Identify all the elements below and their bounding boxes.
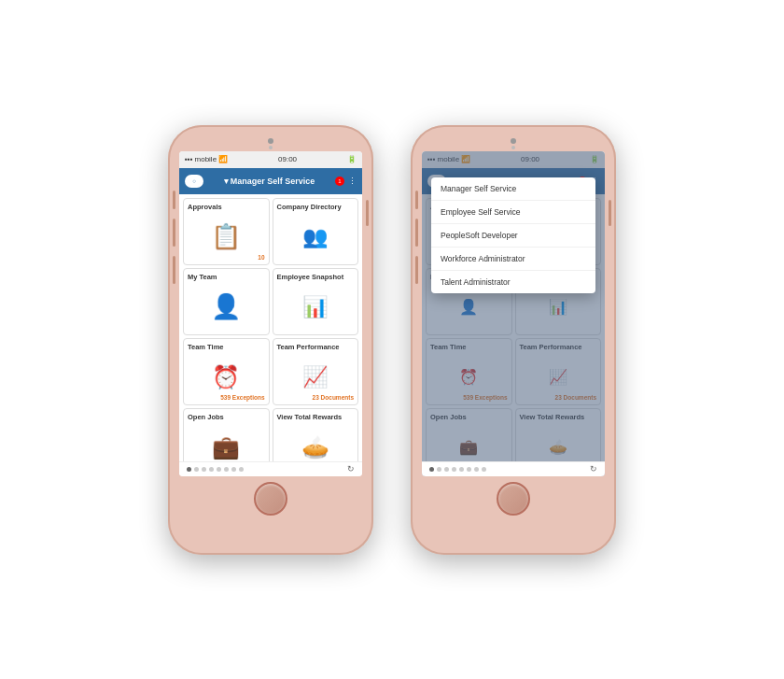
dots-row-1 [187, 467, 244, 472]
tile-team-performance[interactable]: Team Performance 📈 23 Documents [273, 338, 359, 405]
approvals-icon: 📋 [211, 222, 241, 251]
dot-6 [231, 467, 236, 472]
time-label: 09:00 [278, 155, 297, 163]
dot-2-5 [467, 467, 471, 472]
dropdown-arrow-icon: ▾ [224, 177, 229, 186]
tile-snapshot-icon-area: 📊 [277, 284, 355, 331]
tile-team-time-title: Team Time [188, 343, 224, 351]
tile-open-jobs-title: Open Jobs [188, 413, 224, 421]
dropdown-item-workforce-admin[interactable]: Workforce Administrator [431, 248, 595, 271]
dropdown-item-peoplesoft-developer[interactable]: PeopleSoft Developer [431, 224, 595, 248]
battery-icon: 🔋 [347, 155, 357, 163]
tile-my-team-title: My Team [188, 273, 217, 281]
home-button-1[interactable] [254, 482, 287, 516]
carrier-label: mobile [195, 155, 217, 163]
dot-5 [224, 467, 229, 472]
status-bar-1: ▪▪▪ mobile 📶 09:00 🔋 [179, 151, 362, 168]
tile-directory-icon-area: 👥 [277, 214, 355, 261]
tile-rewards-icon-area: 🥧 [277, 424, 355, 461]
tile-my-team[interactable]: My Team 👤 [183, 268, 270, 335]
volume-down-button [173, 256, 175, 284]
dot-2 [202, 467, 206, 472]
jobs-icon: 💼 [212, 434, 240, 460]
page-dots-2: ↻ [422, 461, 605, 476]
team-time-badge: 539 Exceptions [220, 394, 264, 401]
silent-button [173, 191, 175, 209]
dot-1 [194, 467, 199, 472]
dot-7 [239, 467, 244, 472]
menu-icon[interactable]: ⋮ [348, 177, 357, 186]
signal-icon: ▪▪▪ [185, 155, 193, 163]
silent-button-2 [415, 191, 418, 209]
front-camera [268, 138, 273, 144]
team-time-icon: ⏰ [212, 364, 240, 390]
page-dots-1: ↻ [179, 461, 362, 476]
tile-approvals-icon-area: 📋 [188, 214, 265, 261]
dot-2-1 [437, 467, 441, 472]
dropdown-item-talent-admin[interactable]: Talent Administrator [431, 271, 595, 293]
phone-screen-1: ▪▪▪ mobile 📶 09:00 🔋 ○ ▾ Manager Self Se… [179, 151, 362, 476]
app-header-1: ○ ▾ Manager Self Service 1 ⋮ [179, 168, 362, 194]
dots-row-2 [429, 467, 486, 472]
snapshot-icon: 📊 [302, 295, 328, 319]
status-left: ▪▪▪ mobile 📶 [185, 155, 228, 163]
power-button-2 [609, 200, 611, 226]
dot-0 [187, 467, 191, 472]
tile-jobs-icon-area: 💼 [188, 424, 265, 461]
dot-2-3 [452, 467, 456, 472]
dot-2-7 [482, 467, 486, 472]
dot-2-6 [474, 467, 479, 472]
tile-employee-snapshot[interactable]: Employee Snapshot 📊 [273, 268, 359, 335]
speaker-2 [511, 146, 515, 149]
dropdown-item-employee-self-service[interactable]: Employee Self Service [431, 201, 595, 224]
volume-up-button [173, 219, 175, 247]
dot-2-0 [429, 467, 434, 472]
power-button [366, 200, 369, 226]
phone-top-2 [420, 134, 607, 151]
dot-2-4 [459, 467, 464, 472]
tile-rewards-title: View Total Rewards [277, 413, 343, 421]
wifi-icon: 📶 [218, 155, 228, 163]
tile-company-directory-title: Company Directory [277, 203, 342, 211]
performance-badge: 23 Documents [313, 394, 354, 401]
directory-icon: 👥 [302, 225, 328, 249]
tile-team-time[interactable]: Team Time ⏰ 539 Exceptions [183, 338, 270, 405]
front-camera-2 [511, 138, 516, 144]
phone-top [177, 134, 364, 151]
tile-total-rewards[interactable]: View Total Rewards 🥧 [273, 408, 359, 461]
tile-performance-title: Team Performance [277, 343, 340, 351]
tile-company-directory[interactable]: Company Directory 👥 [273, 198, 359, 265]
tile-snapshot-title: Employee Snapshot [277, 273, 344, 281]
navigation-dropdown[interactable]: Manager Self Service Employee Self Servi… [431, 177, 595, 293]
app-logo: ○ [185, 175, 203, 188]
team-icon: 👤 [211, 292, 241, 321]
phone-1: ▪▪▪ mobile 📶 09:00 🔋 ○ ▾ Manager Self Se… [168, 125, 373, 555]
phone-2: ▪▪▪ mobile 📶 09:00 🔋 ○ ▾ Manager Self Se… [411, 125, 616, 555]
tile-approvals[interactable]: Approvals 📋 10 [183, 198, 270, 265]
header-icons-1: 1 ⋮ [335, 177, 357, 186]
tile-approvals-title: Approvals [188, 203, 222, 211]
volume-down-button-2 [415, 256, 418, 284]
refresh-icon[interactable]: ↻ [347, 464, 355, 474]
dot-4 [217, 467, 221, 472]
dropdown-item-manager[interactable]: Manager Self Service [431, 177, 595, 201]
phone-screen-2: ▪▪▪ mobile 📶 09:00 🔋 ○ ▾ Manager Self Se… [422, 151, 605, 476]
home-button-2[interactable] [497, 482, 530, 516]
performance-icon: 📈 [302, 365, 328, 389]
dot-3 [209, 467, 214, 472]
notification-badge-1[interactable]: 1 [335, 177, 344, 186]
approvals-badge: 10 [258, 254, 264, 261]
speaker [269, 146, 273, 149]
rewards-icon: 🥧 [301, 434, 329, 460]
phone-bottom-2 [420, 476, 607, 517]
refresh-icon-2[interactable]: ↻ [590, 464, 597, 474]
dot-2-2 [444, 467, 449, 472]
volume-up-button-2 [415, 219, 418, 247]
status-right: 🔋 [347, 155, 357, 163]
header-title-1: ▾ Manager Self Service [224, 177, 315, 186]
phone-bottom-1 [177, 476, 364, 517]
tile-open-jobs[interactable]: Open Jobs 💼 0 [183, 408, 270, 461]
app-grid-1: Approvals 📋 10 Company Directory 👥 My Te… [179, 194, 362, 461]
tile-team-icon-area: 👤 [188, 284, 265, 331]
